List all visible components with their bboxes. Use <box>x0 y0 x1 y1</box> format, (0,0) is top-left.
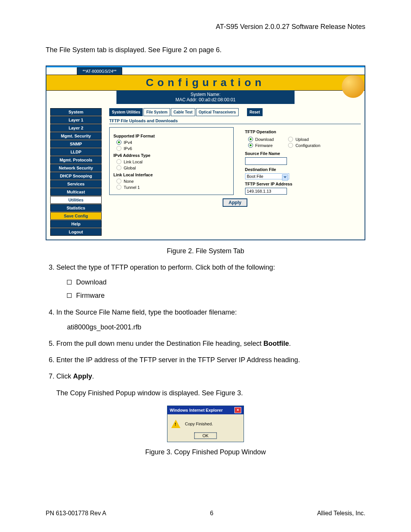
radio-linklocal[interactable] <box>116 159 121 164</box>
radio-none[interactable] <box>116 179 121 184</box>
supported-ip-label: Supported IP Format <box>113 134 229 138</box>
step-3: Select the type of TFTP operation to per… <box>56 263 365 301</box>
tftp-server-input[interactable]: 149.168.1.13 <box>245 188 287 195</box>
step-7-bold: Apply <box>73 372 92 380</box>
close-icon[interactable]: × <box>234 407 241 413</box>
step-4-text: In the Source File Name field, type the … <box>56 308 237 316</box>
sidebar-item-utilities[interactable]: Utilities <box>50 196 102 204</box>
src-file-label: Source File Name <box>245 151 361 156</box>
sidebar-item-services[interactable]: Services <box>50 180 102 188</box>
step-3a: Download <box>67 278 365 287</box>
sidebar-item-save-config[interactable]: Save Config <box>50 212 102 220</box>
sidebar-item-help[interactable]: Help <box>50 220 102 228</box>
config-title-bar: Configuration <box>46 75 365 91</box>
tab-file-system[interactable]: File System <box>143 108 170 116</box>
sidebar-item-lldp[interactable]: LLDP <box>50 148 102 156</box>
tab-reset[interactable]: Reset <box>247 108 263 116</box>
tftp-op-label: TFTP Operation <box>245 129 361 134</box>
step-4: In the Source File Name field, type the … <box>56 308 365 332</box>
mac-label: MAC Addr: 00:a0:d2:08:00:01 <box>175 97 236 102</box>
step-5-bold: Bootfile <box>263 340 289 347</box>
radio-ipv4[interactable] <box>116 140 121 145</box>
figure-3-caption: Figure 3. Copy Finished Popup Window <box>46 448 365 456</box>
step-4-code: ati8000gs_boot-2001.rfb <box>67 323 365 332</box>
radio-firmware[interactable] <box>248 143 253 148</box>
globe-icon <box>342 75 365 98</box>
firmware-label: Firmware <box>255 143 273 148</box>
sidebar-item-multicast[interactable]: Multicast <box>50 188 102 196</box>
sidebar-item-system[interactable]: System <box>50 108 102 116</box>
right-form: TFTP Operation Download Firmware Upload … <box>245 127 361 195</box>
dest-file-select[interactable]: Boot File <box>245 173 289 179</box>
upload-label: Upload <box>295 137 309 142</box>
radio-global[interactable] <box>116 165 121 170</box>
sidebar-item-layer2[interactable]: Layer 2 <box>50 124 102 132</box>
footer-right: Allied Telesis, Inc. <box>317 510 365 517</box>
section-title: TFTP File Uploads and Downloads <box>109 118 361 124</box>
apply-button[interactable]: Apply <box>223 198 247 207</box>
left-form: Supported IP Format IPv4 IPv6 IPv6 Addre… <box>109 127 234 195</box>
step-5: From the pull down menu under the Destin… <box>56 339 365 348</box>
radio-download[interactable] <box>248 137 253 142</box>
footer-page-number: 6 <box>210 510 213 517</box>
ipv6-addr-type-label: IPv6 Address Type <box>113 153 229 158</box>
system-name-bar: System Name: MAC Addr: 00:a0:d2:08:00:01 <box>116 90 295 104</box>
sidebar: System Layer 1 Layer 2 Mgmt. Security SN… <box>50 108 102 236</box>
config-title: Configuration <box>146 77 265 88</box>
linklocal-label: Link Local <box>124 160 143 164</box>
sysname-label: System Name: <box>191 92 221 97</box>
figure-2-caption: Figure 2. File System Tab <box>46 247 365 255</box>
tftp-server-label: TFTP Server IP Address <box>245 182 361 186</box>
step-7-text: Click <box>56 372 73 380</box>
popup-window: Windows Internet Explorer × Copy Finishe… <box>167 406 244 442</box>
none-label: None <box>124 179 134 184</box>
popup-title-text: Windows Internet Explorer <box>170 408 223 412</box>
figure-2-screenshot: **AT-8000GS/24** Configuration System Na… <box>46 66 365 240</box>
sidebar-item-mgmt-protocols[interactable]: Mgmt. Protocols <box>50 156 102 164</box>
sidebar-item-logout[interactable]: Logout <box>50 228 102 236</box>
dest-file-label: Destination File <box>245 167 361 172</box>
radio-configuration[interactable] <box>288 143 293 148</box>
warning-icon <box>171 420 180 428</box>
footer-left: PN 613-001778 Rev A <box>46 510 106 517</box>
link-local-iface-label: Link Local Interface <box>113 173 229 177</box>
sidebar-item-statistics[interactable]: Statistics <box>50 204 102 212</box>
tab-optical-transceivers[interactable]: Optical Transceivers <box>196 108 239 116</box>
tab-cable-test[interactable]: Cable Test <box>171 108 195 116</box>
page-header: AT-S95 Version 2.0.0.27 Software Release… <box>46 23 365 31</box>
step-6: Enter the IP address of the TFTP server … <box>56 355 365 365</box>
step-5-text: From the pull down menu under the Destin… <box>56 340 263 347</box>
step-3-text: Select the type of TFTP operation to per… <box>56 264 275 271</box>
ok-button[interactable]: OK <box>194 433 217 439</box>
step-7-followup: The Copy Finished Popup window is displa… <box>56 388 365 398</box>
global-label: Global <box>124 166 136 170</box>
configuration-label: Configuration <box>295 143 320 148</box>
radio-tunnel1[interactable] <box>116 185 121 190</box>
tab-row: System Utilities File System Cable Test … <box>109 108 361 116</box>
radio-upload[interactable] <box>288 137 293 142</box>
tab-system-utilities[interactable]: System Utilities <box>109 108 143 116</box>
sidebar-item-dhcp-snooping[interactable]: DHCP Snooping <box>50 172 102 180</box>
ipv6-label: IPv6 <box>124 146 132 151</box>
page-footer: PN 613-001778 Rev A 6 Allied Telesis, In… <box>46 510 365 517</box>
sidebar-item-network-security[interactable]: Network Security <box>50 164 102 172</box>
step-3b: Firmware <box>67 291 365 300</box>
download-label: Download <box>255 137 274 142</box>
src-file-input[interactable] <box>245 157 287 165</box>
device-label: **AT-8000GS/24** <box>77 67 122 75</box>
ipv4-label: IPv4 <box>124 140 132 145</box>
intro-text: The File System tab is displayed. See Fi… <box>46 46 365 54</box>
sidebar-item-layer1[interactable]: Layer 1 <box>50 116 102 124</box>
tunnel1-label: Tunnel 1 <box>124 185 140 190</box>
popup-titlebar: Windows Internet Explorer × <box>167 406 244 414</box>
popup-message: Copy Finished. <box>185 422 213 426</box>
step-list: Select the type of TFTP operation to per… <box>46 263 365 398</box>
sidebar-item-mgmt-security[interactable]: Mgmt. Security <box>50 132 102 140</box>
step-7: Click Apply. The Copy Finished Popup win… <box>56 372 365 398</box>
sidebar-item-snmp[interactable]: SNMP <box>50 140 102 148</box>
radio-ipv6[interactable] <box>116 146 121 151</box>
